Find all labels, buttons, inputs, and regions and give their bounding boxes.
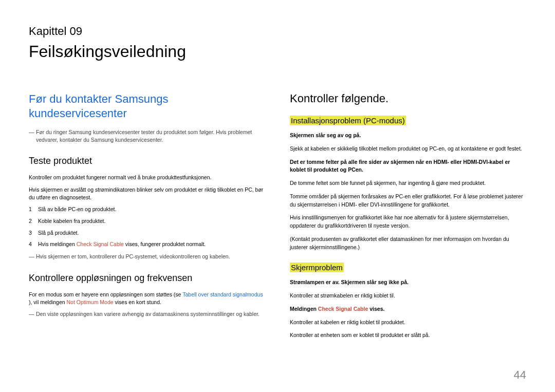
solution: Tomme områder på skjermen forårsakes av … xyxy=(290,193,526,209)
subheading-resolution: Kontrollere oppløsningen og frekvensen xyxy=(29,273,265,284)
step-item: Slå av både PC-en og produktet. xyxy=(29,206,265,214)
warning-text: Check Signal Cable xyxy=(77,241,124,247)
steps-list: Slå av både PC-en og produktet. Koble ka… xyxy=(29,206,265,249)
note-blank-screen: ― Hvis skjermen er tom, kontrollerer du … xyxy=(29,253,265,260)
warning-text: Check Signal Cable xyxy=(318,306,368,312)
note-resolution: ― Den viste oppløsningen kan variere avh… xyxy=(29,310,265,318)
subheading-install-problem: Installasjonsproblem (PC-modus) xyxy=(290,116,406,125)
note-text: Den viste oppløsningen kan variere avhen… xyxy=(36,310,260,318)
paragraph: For en modus som er høyere enn oppløsnin… xyxy=(29,291,265,306)
symptom: Meldingen Check Signal Cable vises. xyxy=(290,305,526,313)
link-signal-table[interactable]: Tabell over standard signalmodus xyxy=(182,291,263,297)
solution: Sjekk at kabelen er skikkelig tilkoblet … xyxy=(290,145,526,153)
warning-text: Not Optimum Mode xyxy=(67,299,114,305)
paragraph: Hvis skjermen er avslått og strømindikat… xyxy=(29,186,265,201)
section-heading-check: Kontroller følgende. xyxy=(290,92,526,105)
note-text: Før du ringer Samsung kundeservicesenter… xyxy=(36,128,265,143)
symptom: Skjermen slår seg av og på. xyxy=(290,132,526,140)
step-item: Koble kabelen fra produktet. xyxy=(29,217,265,226)
note-before-call: ― Før du ringer Samsung kundeservicesent… xyxy=(29,128,265,143)
solution: Kontroller at enheten som er koblet til … xyxy=(290,331,526,340)
subheading-test-product: Teste produktet xyxy=(29,156,265,166)
note-text: Hvis skjermen er tom, kontrollerer du PC… xyxy=(36,253,230,260)
section-heading-contact: Før du kontakter Samsungs kundeservicese… xyxy=(29,92,265,120)
solution: (Kontakt produsenten av grafikkortet ell… xyxy=(290,235,526,252)
paragraph: Kontroller om produktet fungerer normalt… xyxy=(29,174,265,181)
solution: Kontroller at strømkabelen er riktig kob… xyxy=(290,292,526,300)
subheading-screen-problem: Skjermproblem xyxy=(290,263,344,272)
step-item: Slå på produktet. xyxy=(29,229,265,237)
symptom: Det er tomme felter på alle fire sider a… xyxy=(290,158,526,175)
page-title: Feilsøkingsveiledning xyxy=(29,42,526,61)
solution: De tomme feltet som ble funnet på skjerm… xyxy=(290,179,526,188)
solution: Kontroller at kabelen er riktig koblet t… xyxy=(290,319,526,327)
step-item: Hvis meldingen Check Signal Cable vises,… xyxy=(29,240,265,249)
chapter-label: Kapittel 09 xyxy=(29,25,526,38)
page-number: 44 xyxy=(514,368,526,382)
symptom: Strømlampen er av. Skjermen slår seg ikk… xyxy=(290,278,526,287)
solution: Hvis innstillingsmenyen for grafikkortet… xyxy=(290,214,526,230)
